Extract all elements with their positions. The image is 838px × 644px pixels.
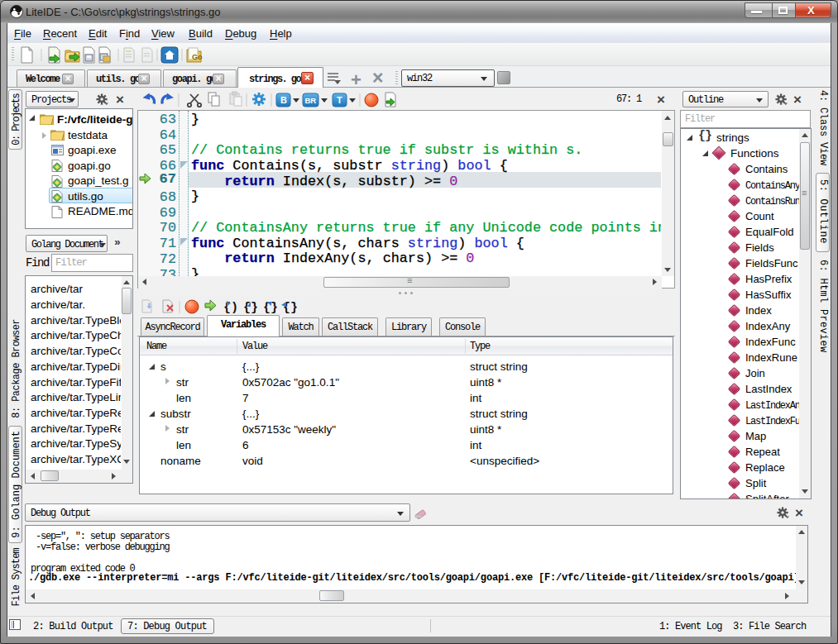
svg-text:{}: {}: [243, 301, 258, 315]
svg-text:T: T: [337, 95, 342, 105]
svg-text:BR: BR: [305, 96, 317, 105]
svg-text:Go: Go: [192, 53, 203, 61]
svg-text:{): {): [223, 301, 238, 315]
svg-text:B: B: [280, 95, 287, 105]
